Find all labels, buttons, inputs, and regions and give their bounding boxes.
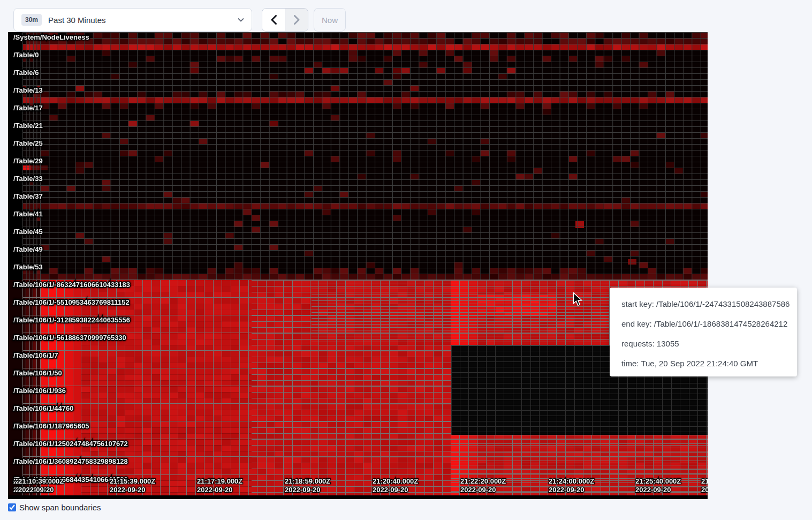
time-range-select[interactable]: 30m Past 30 Minutes <box>13 8 252 32</box>
tooltip-start-key: start key: /Table/106/1/-247433150824388… <box>621 294 797 314</box>
heatmap-canvas[interactable] <box>8 32 708 499</box>
mouse-cursor-icon <box>572 292 583 306</box>
tooltip-end-key: end key: /Table/106/1/-18683814745282642… <box>621 314 797 334</box>
tooltip-time: time: Tue, 20 Sep 2022 21:24:40 GMT <box>621 353 797 373</box>
hover-tooltip: start key: /Table/106/1/-247433150824388… <box>610 288 797 376</box>
prev-range-button[interactable] <box>262 9 285 31</box>
time-nav-group <box>262 8 308 32</box>
chevron-right-icon <box>293 15 300 25</box>
key-visualizer-page: 30m Past 30 Minutes Now start key: /Tabl… <box>0 0 812 520</box>
show-span-boundaries-label: Show span boundaries <box>19 503 101 512</box>
chevron-left-icon <box>270 15 277 25</box>
time-range-label: Past 30 Minutes <box>48 16 238 25</box>
key-visualizer-chart <box>8 32 708 499</box>
chevron-down-icon <box>238 18 244 22</box>
next-range-button[interactable] <box>285 9 308 31</box>
show-span-boundaries-checkbox[interactable] <box>8 503 16 511</box>
show-span-boundaries-row: Show span boundaries <box>8 503 101 512</box>
time-range-badge: 30m <box>21 14 42 26</box>
tooltip-requests: requests: 13055 <box>621 334 797 353</box>
now-button[interactable]: Now <box>314 8 346 32</box>
